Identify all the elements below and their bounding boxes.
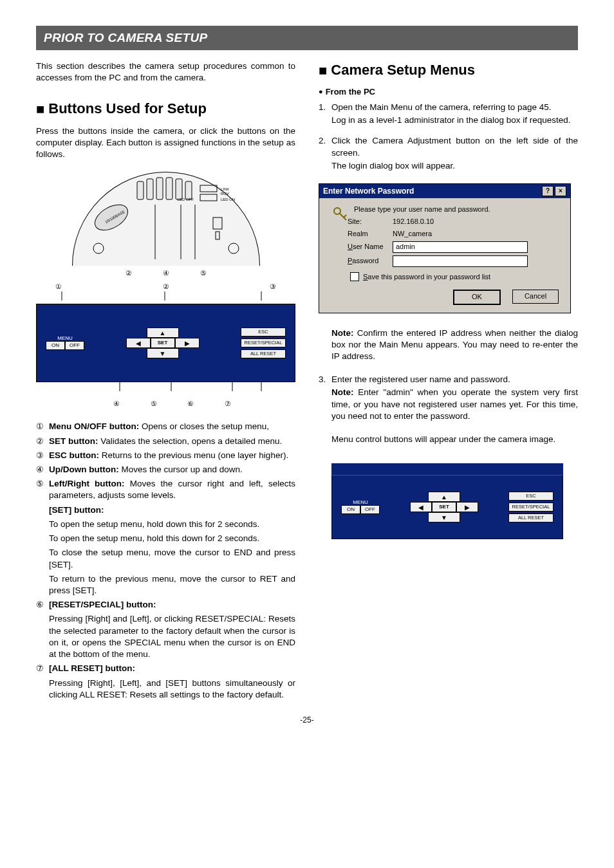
up-button[interactable]: ▲ <box>147 328 179 338</box>
keys-icon <box>332 206 349 223</box>
svg-line-30 <box>344 215 346 217</box>
up-button-2[interactable]: ▲ <box>428 492 460 502</box>
panel-ref-5: ⑤ <box>151 399 157 409</box>
username-input[interactable]: admin <box>393 241 528 253</box>
control-panel-image: MENU ON OFF ▲ ◀ SET ▶ ▼ <box>331 475 563 539</box>
step-3a: Enter the registered user name and passw… <box>331 374 578 385</box>
svg-rect-4 <box>176 179 182 199</box>
note1-label: Note: <box>331 328 354 338</box>
note2-text: Enter "admin" when you operate the syste… <box>331 387 578 420</box>
site-label: Site: <box>348 217 393 226</box>
right-column: ■Camera Setup Menus ●From the PC 1.Open … <box>319 60 578 703</box>
left-button[interactable]: ◀ <box>126 338 151 348</box>
allreset-text: Pressing [Right], [Left], and [SET] butt… <box>49 678 295 701</box>
svg-rect-7 <box>200 194 217 201</box>
buttons-lead: Press the buttons inside the camera, or … <box>36 125 295 161</box>
step-2a: Click the Camera Adjustment button on th… <box>331 135 578 158</box>
dialog-help-icon[interactable]: ? <box>542 186 554 196</box>
ok-button[interactable]: OK <box>453 290 501 305</box>
item-num-5: ⑤ <box>36 478 49 501</box>
dialog-close-icon[interactable]: × <box>555 186 566 196</box>
menu-label-2: MENU <box>353 500 368 505</box>
arc-ref-2: ② <box>126 268 132 278</box>
svg-text:LINK: LINK <box>221 187 229 191</box>
closing-text: Menu control buttons will appear under t… <box>331 434 578 445</box>
reset-special-button-2[interactable]: RESET/SPECIAL <box>508 503 554 512</box>
buttons-heading: ■Buttons Used for Setup <box>36 99 295 119</box>
note1-text: Confirm the entered IP address when neit… <box>331 328 578 361</box>
set-button-2[interactable]: SET <box>432 502 456 512</box>
step-1-num: 1. <box>319 102 331 113</box>
arc-ref-4: ④ <box>163 268 169 278</box>
item-num-4: ④ <box>36 464 49 476</box>
right-button[interactable]: ▶ <box>175 338 200 348</box>
section-banner: PRIOR TO CAMERA SETUP <box>36 26 578 50</box>
esc-button[interactable]: ESC <box>241 328 286 337</box>
menu-off-button[interactable]: OFF <box>65 341 84 350</box>
step-1b: Log in as a level-1 administrator in the… <box>331 115 578 126</box>
panel-ref-2: ② <box>163 282 169 291</box>
save-password-checkbox[interactable] <box>350 272 359 281</box>
svg-text:LED ON: LED ON <box>221 198 235 201</box>
step-1a: Open the Main Menu of the camera, referr… <box>331 102 578 113</box>
step-3-num: 3. <box>319 374 331 385</box>
realm-label: Realm <box>348 229 393 239</box>
menus-heading-text: Camera Setup Menus <box>331 62 475 78</box>
reset-label: [RESET/SPECIAL] button: <box>49 600 156 609</box>
set-line-1: To open the setup menu, hold down this f… <box>49 519 295 530</box>
menu-off-button-2[interactable]: OFF <box>360 505 380 514</box>
svg-text:LED OFF: LED OFF <box>177 198 194 201</box>
item-text-4: Moves the cursor up and down. <box>119 465 243 474</box>
cancel-button[interactable]: Cancel <box>512 290 559 304</box>
all-reset-button[interactable]: ALL RESET <box>241 349 286 358</box>
svg-rect-2 <box>156 178 163 199</box>
step-2-num: 2. <box>319 135 331 158</box>
svg-rect-17 <box>216 232 219 239</box>
svg-rect-16 <box>213 217 222 229</box>
all-reset-button-2[interactable]: ALL RESET <box>508 513 554 522</box>
intro-text: This section describes the camera setup … <box>36 60 295 84</box>
down-button-2[interactable]: ▼ <box>428 512 460 522</box>
svg-text:RCV: RCV <box>221 192 229 196</box>
set-line-2: To open the setup menu, hold this down f… <box>49 533 295 544</box>
password-dialog: Enter Network Password ? × Please type y… <box>319 183 571 313</box>
item-label-4: Up/Down button: <box>49 465 119 474</box>
note2-label: Note: <box>331 387 354 397</box>
button-descriptions: ①Menu ON/OFF button: Opens or closes the… <box>36 421 295 701</box>
svg-rect-0 <box>137 181 144 199</box>
panel-ref-4: ④ <box>113 399 120 409</box>
right-button-2[interactable]: ▶ <box>456 502 478 512</box>
menu-on-button-2[interactable]: ON <box>341 505 360 514</box>
reset-text: Pressing [Right] and [Left], or clicking… <box>49 613 295 660</box>
menu-label: MENU <box>57 336 73 341</box>
svg-rect-1 <box>147 179 153 199</box>
esc-button-2[interactable]: ESC <box>508 492 554 501</box>
left-button-2[interactable]: ◀ <box>410 502 432 512</box>
item-num-6: ⑥ <box>36 599 49 611</box>
step-2b: The login dialog box will appear. <box>331 160 578 172</box>
site-value: 192.168.0.10 <box>393 217 434 226</box>
svg-point-14 <box>93 243 104 254</box>
set-button[interactable]: SET <box>151 338 175 348</box>
menu-on-button[interactable]: ON <box>46 341 65 350</box>
reset-special-button[interactable]: RESET/SPECIAL <box>241 338 286 347</box>
password-input[interactable] <box>393 255 528 267</box>
page-number: -25- <box>36 715 578 725</box>
password-label: Password <box>348 256 393 266</box>
down-button[interactable]: ▼ <box>147 348 179 358</box>
buttons-heading-text: Buttons Used for Setup <box>48 100 207 116</box>
item-label-5: Left/Right button: <box>49 479 125 488</box>
item-label-1: Menu ON/OFF button: <box>49 421 139 431</box>
from-pc-heading: ●From the PC <box>319 86 578 98</box>
item-num-7: ⑦ <box>36 663 49 674</box>
arc-ref-5: ⑤ <box>200 268 207 278</box>
svg-point-15 <box>228 243 239 254</box>
set-block-label: [SET] button: <box>49 505 104 515</box>
set-line-3: To close the setup menu, move the cursor… <box>49 547 295 570</box>
control-panel-diagram: MENU ON OFF ▲ ◀ SET ▶ ▼ ESC <box>36 304 295 382</box>
from-pc-text: From the PC <box>326 87 375 97</box>
menus-heading: ■Camera Setup Menus <box>319 60 578 80</box>
svg-rect-3 <box>166 178 172 199</box>
dialog-title: Enter Network Password <box>323 186 414 196</box>
svg-rect-5 <box>185 181 192 199</box>
